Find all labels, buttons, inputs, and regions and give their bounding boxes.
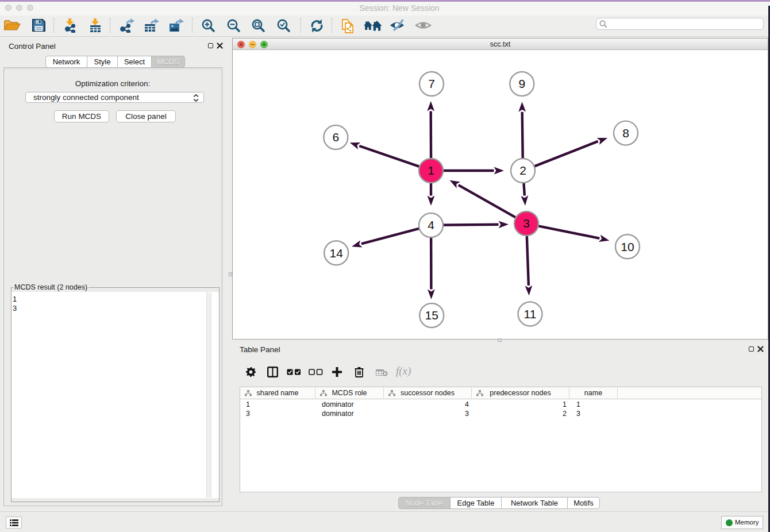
svg-text:14: 14 (330, 246, 344, 260)
svg-text:2: 2 (519, 164, 526, 177)
svg-text:10: 10 (621, 240, 634, 253)
svg-text:11: 11 (524, 307, 537, 321)
svg-text:6: 6 (332, 130, 339, 144)
svg-text:4: 4 (428, 218, 434, 232)
svg-text:3: 3 (523, 217, 530, 230)
svg-text:8: 8 (622, 126, 629, 140)
svg-text:1: 1 (428, 164, 434, 177)
svg-text:15: 15 (425, 309, 438, 322)
svg-text:7: 7 (428, 77, 435, 90)
svg-text:9: 9 (518, 77, 525, 90)
